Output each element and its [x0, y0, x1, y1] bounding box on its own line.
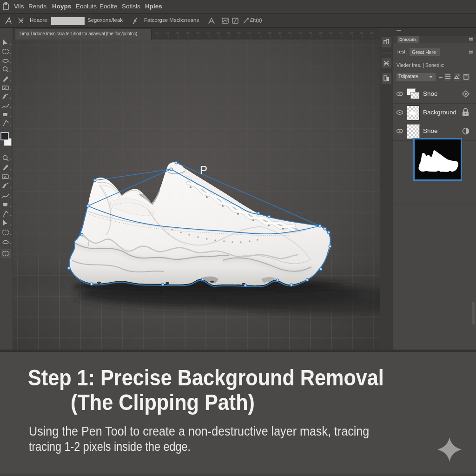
svg-text:Bx: Bx	[329, 31, 333, 34]
svg-text:P: P	[200, 164, 207, 176]
svg-text:Bx: Bx	[288, 31, 292, 34]
svg-text:Bx: Bx	[258, 31, 261, 34]
svg-text:Bx: Bx	[176, 31, 179, 34]
svg-text:Bx: Bx	[370, 31, 374, 34]
svg-text:Bx: Bx	[360, 31, 364, 34]
svg-text:Bx: Bx	[247, 31, 251, 34]
svg-text:Bx: Bx	[237, 31, 241, 34]
svg-text:Bx: Bx	[309, 31, 312, 34]
svg-text:Bx: Bx	[165, 31, 169, 34]
svg-text:Bx: Bx	[350, 31, 353, 34]
svg-text:Bx: Bx	[339, 31, 343, 34]
svg-text:Bx: Bx	[319, 31, 323, 34]
svg-text:Bx: Bx	[217, 31, 220, 34]
svg-text:Bx: Bx	[227, 31, 231, 34]
svg-text:Bx: Bx	[206, 31, 210, 34]
svg-text:Bx: Bx	[196, 31, 200, 34]
svg-text:Bx: Bx	[186, 31, 190, 34]
svg-text:Bx: Bx	[278, 31, 282, 34]
svg-text:Bx: Bx	[155, 31, 159, 34]
svg-text:Bx: Bx	[298, 31, 302, 34]
svg-text:Bx: Bx	[268, 31, 271, 34]
